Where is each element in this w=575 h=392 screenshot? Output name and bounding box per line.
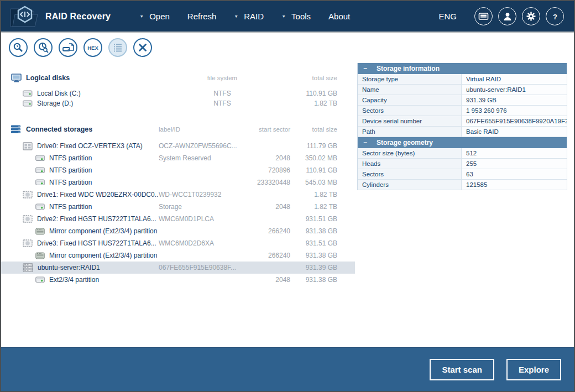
start-sector: 266240 [242,227,290,235]
start-scan-button[interactable]: Start scan [430,359,494,380]
label-id: System Reserved [159,154,242,162]
property-label: Device serial number [358,116,462,127]
total-size: 110.91 GB [255,90,337,97]
section-title: Logical disks [26,74,70,82]
menu-item-about[interactable]: About [328,12,350,21]
property-row: Nameubuntu-server:RAID1 [358,85,567,95]
file-system: NTFS [189,90,255,97]
storage-name: Drive2: Fixed HGST HUS722T1TALA6... [37,215,156,223]
property-row: PathBasic RAID [358,127,567,137]
settings-button[interactable] [522,7,540,25]
disk-analysis-button[interactable] [34,38,53,57]
explore-button[interactable]: Explore [506,359,561,380]
toolbar: HEX [1,33,574,62]
storage-geometry-header[interactable]: − Storage geometry [358,137,567,148]
property-label: Storage type [358,74,462,85]
storage-name: NTFS partition [49,179,92,186]
property-row: Sector size (bytes)512 [358,148,567,159]
storage-row[interactable]: Drive2: Fixed HGST HUS722T1TALA6...WMC6M… [1,213,355,225]
partition-icon [35,167,45,174]
search-button[interactable] [9,38,28,57]
storage-name: Mirror component (Ext2/3/4) partition [49,227,157,235]
menu-item-label: Refresh [187,12,217,21]
menu-item-raid[interactable]: ▼RAID [234,12,264,21]
hdd-drive-icon [23,239,33,247]
storage-row[interactable]: Ext2/3/4 partition2048931.38 GB [1,274,355,286]
storage-name: Ext2/3/4 partition [49,276,99,284]
property-value: Virtual RAID [462,74,567,85]
column-header-label-id: label/ID [159,126,242,133]
property-value: 1 953 260 976 [462,106,567,116]
property-value: 121585 [462,180,567,190]
svg-text:?: ? [553,12,557,20]
label-id: Storage [159,203,242,211]
total-size: 931.38 GB [290,276,337,284]
help-icon: ? [550,12,560,22]
storage-row[interactable]: NTFS partitionSystem Reserved2048350.02 … [1,152,355,164]
logical-disk-row[interactable]: Storage (D:)NTFS1.82 TB [1,98,355,108]
user-button[interactable] [498,7,516,25]
svg-text:HEX: HEX [87,45,98,51]
property-row: Cylinders121585 [358,180,567,190]
storage-row-selected[interactable]: ubuntu-server:RAID1067FE655F915E90638F..… [1,262,355,274]
connected-storages-list: Drive0: Fixed OCZ-VERTEX3 (ATA)OCZ-AWNZ0… [1,140,355,286]
collapse-icon[interactable]: − [363,65,372,72]
total-size: 111.79 GB [290,142,337,150]
partition-icon [35,203,45,210]
label-id: WMC6M0D1PLCA [159,215,242,223]
total-size: 350.02 MB [290,154,337,162]
start-sector: 2048 [242,276,290,284]
property-value: Basic RAID [462,127,567,137]
storage-information-header[interactable]: − Storage information [358,63,567,74]
logical-disk-row[interactable]: Local Disk (C:)NTFS110.91 GB [1,88,355,98]
storage-name: Mirror component (Ext2/3/4) partition [49,252,157,259]
disk-image-button[interactable] [59,38,77,57]
storage-row[interactable]: Drive1: Fixed WDC WD20EZRX-00DC0...WD-WC… [1,189,355,201]
property-row: Sectors63 [358,169,567,180]
property-label: Sectors [358,169,462,180]
start-sector: 2048 [242,203,290,211]
property-row: Sectors1 953 260 976 [358,106,567,116]
logical-drive-icon [23,100,33,107]
menu-item-label: About [328,12,350,21]
logical-disks-list: Local Disk (C:)NTFS110.91 GBStorage (D:)… [1,88,355,108]
raid-storage-icon [23,263,33,272]
menu-item-label: Open [149,12,170,21]
column-header-total-size: total size [255,75,337,81]
start-sector: 233320448 [242,179,290,186]
total-size: 931.38 GB [290,227,337,235]
list-view-icon [113,43,123,52]
close-button[interactable] [133,38,152,57]
storage-information-table: Storage typeVirtual RAIDNameubuntu-serve… [358,74,567,137]
main-menu: ▼OpenRefresh▼RAID▼ToolsAbout [139,12,350,21]
total-size: 110.91 GB [290,166,337,174]
menu-item-open[interactable]: ▼Open [139,12,170,21]
storage-row[interactable]: NTFS partition720896110.91 GB [1,164,355,176]
action-bar: Start scan Explore [1,347,574,391]
language-selector[interactable]: ENG [438,12,457,21]
monitor-icon [11,74,22,82]
help-button[interactable]: ? [546,7,564,25]
mirror-partition-icon [35,228,45,235]
storage-row[interactable]: NTFS partitionStorage20481.82 TB [1,201,355,213]
title-bar: RAID Recovery ▼OpenRefresh▼RAID▼ToolsAbo… [1,1,574,32]
dropdown-caret-icon: ▼ [234,14,238,18]
menu-item-tools[interactable]: ▼Tools [281,12,311,21]
news-button[interactable] [474,7,493,25]
storage-row[interactable]: Mirror component (Ext2/3/4) partition266… [1,249,355,262]
app-window: RAID Recovery ▼OpenRefresh▼RAID▼ToolsAbo… [0,0,575,392]
menu-item-refresh[interactable]: Refresh [187,12,217,21]
property-value: 931.39 GB [462,95,567,106]
storage-row[interactable]: Drive0: Fixed OCZ-VERTEX3 (ATA)OCZ-AWNZ0… [1,140,355,152]
property-label: Path [358,127,462,137]
storage-row[interactable]: Drive3: Fixed HGST HUS722T1TALA6...WMC6M… [1,237,355,249]
storage-row[interactable]: NTFS partition233320448545.03 MB [1,176,355,189]
details-panel: − Storage information Storage typeVirtua… [357,63,567,190]
start-sector: 2048 [242,154,290,162]
hdd-drive-icon [23,215,33,223]
label-id: OCZ-AWNZ0FW55696C... [159,142,242,150]
collapse-icon[interactable]: − [363,139,372,147]
storage-row[interactable]: Mirror component (Ext2/3/4) partition266… [1,225,355,237]
property-value: 63 [462,169,567,180]
hex-viewer-button[interactable]: HEX [83,38,102,57]
